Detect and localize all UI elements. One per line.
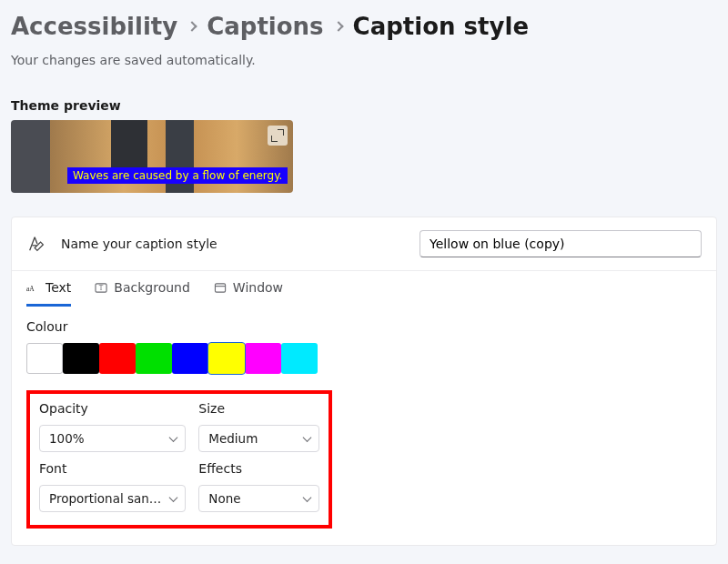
theme-preview-thumbnail[interactable]: Waves are caused by a flow of energy. xyxy=(11,120,293,193)
svg-text:T: T xyxy=(99,284,104,292)
tab-text[interactable]: aA Text xyxy=(26,280,71,307)
opacity-value: 100% xyxy=(49,431,85,446)
tab-background[interactable]: T Background xyxy=(95,280,190,307)
breadcrumb-accessibility[interactable]: Accessibility xyxy=(11,13,177,40)
expand-preview-button[interactable] xyxy=(268,126,288,146)
swatch-blue[interactable] xyxy=(172,343,208,374)
caption-style-name-input[interactable] xyxy=(420,230,702,257)
tabs: aA Text T Background xyxy=(12,271,716,307)
theme-preview-label: Theme preview xyxy=(11,98,717,113)
tab-window-label: Window xyxy=(233,280,283,295)
swatch-cyan[interactable] xyxy=(281,343,318,374)
chevron-down-icon xyxy=(169,433,178,442)
text-section: Colour Opacity 100% xyxy=(12,307,716,545)
effects-label: Effects xyxy=(198,461,319,476)
name-your-style-label: Name your caption style xyxy=(61,237,405,251)
size-value: Medium xyxy=(208,431,258,446)
swatch-red[interactable] xyxy=(99,343,136,374)
chevron-right-icon xyxy=(333,21,343,31)
autosave-note: Your changes are saved automatically. xyxy=(11,53,717,67)
text-icon: aA xyxy=(26,282,40,294)
chevron-down-icon xyxy=(303,493,312,502)
svg-text:aA: aA xyxy=(26,285,35,293)
size-dropdown[interactable]: Medium xyxy=(198,425,319,452)
effects-value: None xyxy=(208,491,240,506)
name-row: Name your caption style xyxy=(12,217,716,271)
breadcrumb-captions[interactable]: Captions xyxy=(207,13,323,40)
swatch-yellow[interactable] xyxy=(208,343,245,374)
font-label: Font xyxy=(39,461,186,476)
chevron-down-icon xyxy=(303,433,312,442)
opacity-label: Opacity xyxy=(39,401,186,416)
breadcrumb-caption-style: Caption style xyxy=(353,13,529,40)
tab-text-label: Text xyxy=(46,280,71,295)
font-dropdown[interactable]: Proportional san… xyxy=(39,485,186,512)
swatch-magenta[interactable] xyxy=(245,343,281,374)
svg-rect-3 xyxy=(215,283,225,291)
tab-background-label: Background xyxy=(114,280,190,295)
size-label: Size xyxy=(198,401,319,416)
edit-style-icon xyxy=(26,234,46,254)
swatch-green[interactable] xyxy=(136,343,172,374)
effects-dropdown[interactable]: None xyxy=(198,485,319,512)
expand-icon xyxy=(272,130,283,141)
caption-sample-text: Waves are caused by a flow of energy. xyxy=(67,167,288,184)
colour-swatches xyxy=(26,343,702,374)
tab-window[interactable]: Window xyxy=(214,280,283,307)
swatch-white[interactable] xyxy=(26,343,63,374)
window-icon xyxy=(214,282,228,294)
opacity-dropdown[interactable]: 100% xyxy=(39,425,186,452)
breadcrumb: Accessibility Captions Caption style xyxy=(11,13,717,40)
font-value: Proportional san… xyxy=(49,491,161,506)
swatch-black[interactable] xyxy=(63,343,99,374)
chevron-right-icon xyxy=(187,21,197,31)
preview-image-content xyxy=(111,120,147,170)
background-icon: T xyxy=(95,282,108,294)
caption-style-card: Name your caption style aA Text T xyxy=(11,217,717,546)
colour-label: Colour xyxy=(26,319,702,334)
highlighted-settings-group: Opacity 100% Size Medium xyxy=(26,390,332,529)
chevron-down-icon xyxy=(169,493,178,502)
